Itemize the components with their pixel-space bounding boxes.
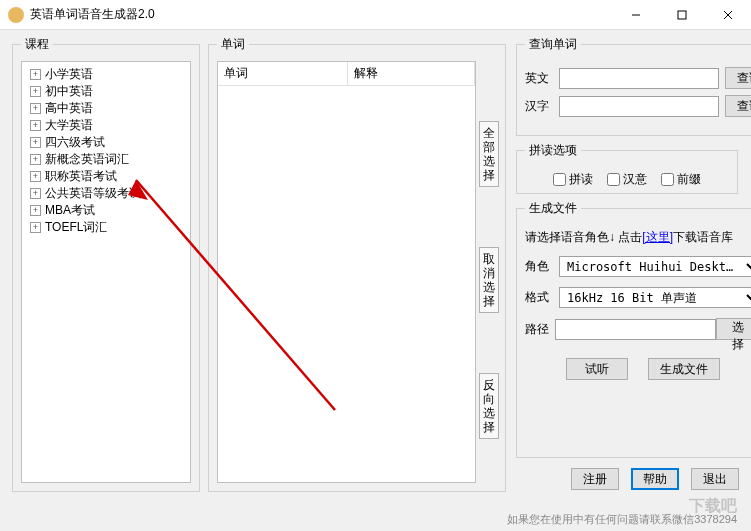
expand-icon[interactable]: +: [30, 154, 41, 165]
english-label: 英文: [525, 70, 559, 87]
expand-icon[interactable]: +: [30, 137, 41, 148]
search-english-button[interactable]: 查询: [725, 67, 751, 89]
generate-group: 生成文件 请选择语音角色↓ 点击[这里]下载语音库 角色 Microsoft H…: [516, 200, 751, 458]
query-legend: 查询单词: [525, 36, 581, 53]
register-button[interactable]: 注册: [571, 468, 619, 490]
pinyin-check[interactable]: 拼读: [553, 171, 593, 188]
expand-icon[interactable]: +: [30, 86, 41, 97]
tree-item[interactable]: +职称英语考试: [24, 168, 188, 185]
client-area: 课程 +小学英语 +初中英语 +高中英语 +大学英语 +四六级考试 +新概念英语…: [0, 30, 751, 531]
tree-item[interactable]: +TOEFL词汇: [24, 219, 188, 236]
tree-item[interactable]: +大学英语: [24, 117, 188, 134]
role-label: 角色: [525, 258, 559, 275]
format-select[interactable]: 16kHz 16 Bit 单声道: [559, 287, 751, 308]
generate-legend: 生成文件: [525, 200, 581, 217]
words-legend: 单词: [217, 36, 249, 53]
list-header: 单词 解释: [218, 62, 475, 86]
courses-legend: 课程: [21, 36, 53, 53]
expand-icon[interactable]: +: [30, 103, 41, 114]
tree-item[interactable]: +高中英语: [24, 100, 188, 117]
generate-button[interactable]: 生成文件: [648, 358, 720, 380]
maximize-button[interactable]: [659, 0, 705, 30]
help-button[interactable]: 帮助: [631, 468, 679, 490]
role-select[interactable]: Microsoft Huihui Deskt…: [559, 256, 751, 277]
english-input[interactable]: [559, 68, 719, 89]
word-list[interactable]: 单词 解释: [217, 61, 476, 483]
browse-button[interactable]: 选择: [716, 318, 751, 340]
tree-item[interactable]: +小学英语: [24, 66, 188, 83]
expand-icon[interactable]: +: [30, 222, 41, 233]
chinese-label: 汉字: [525, 98, 559, 115]
tree-item[interactable]: +初中英语: [24, 83, 188, 100]
course-tree[interactable]: +小学英语 +初中英语 +高中英语 +大学英语 +四六级考试 +新概念英语词汇 …: [21, 61, 191, 483]
format-label: 格式: [525, 289, 559, 306]
expand-icon[interactable]: +: [30, 171, 41, 182]
invert-selection-button[interactable]: 反向选择: [479, 373, 499, 439]
query-group: 查询单词 英文 查询 汉字 查询: [516, 36, 751, 136]
app-icon: [8, 7, 24, 23]
column-word[interactable]: 单词: [218, 62, 348, 85]
tree-item[interactable]: +公共英语等级考试: [24, 185, 188, 202]
expand-icon[interactable]: +: [30, 205, 41, 216]
preview-button[interactable]: 试听: [566, 358, 628, 380]
prefix-checkbox[interactable]: [661, 173, 674, 186]
prefix-check[interactable]: 前缀: [661, 171, 701, 188]
svg-rect-1: [678, 11, 686, 19]
bottom-actions: 注册 帮助 退出: [571, 468, 739, 490]
exit-button[interactable]: 退出: [691, 468, 739, 490]
download-voice-link[interactable]: [这里]: [642, 230, 673, 244]
pinyin-group: 拼读选项 拼读 汉意 前缀: [516, 142, 738, 194]
words-group: 单词 单词 解释 全部选择 取消选择 反向选择: [208, 36, 506, 492]
tree-item[interactable]: +MBA考试: [24, 202, 188, 219]
deselect-button[interactable]: 取消选择: [479, 247, 499, 313]
close-button[interactable]: [705, 0, 751, 30]
pinyin-legend: 拼读选项: [525, 142, 581, 159]
path-label: 路径: [525, 321, 555, 338]
expand-icon[interactable]: +: [30, 188, 41, 199]
expand-icon[interactable]: +: [30, 120, 41, 131]
selection-buttons: 全部选择 取消选择 反向选择: [479, 61, 501, 483]
chinese-input[interactable]: [559, 96, 719, 117]
footer-text: 如果您在使用中有任何问题请联系微信3378294: [507, 512, 737, 527]
courses-group: 课程 +小学英语 +初中英语 +高中英语 +大学英语 +四六级考试 +新概念英语…: [12, 36, 200, 492]
tree-item[interactable]: +四六级考试: [24, 134, 188, 151]
minimize-button[interactable]: [613, 0, 659, 30]
voice-hint: 请选择语音角色↓ 点击[这里]下载语音库: [525, 229, 751, 246]
select-all-button[interactable]: 全部选择: [479, 121, 499, 187]
window-title: 英语单词语音生成器2.0: [30, 6, 613, 23]
titlebar: 英语单词语音生成器2.0: [0, 0, 751, 30]
column-meaning[interactable]: 解释: [348, 62, 475, 85]
hanyi-check[interactable]: 汉意: [607, 171, 647, 188]
pinyin-checkbox[interactable]: [553, 173, 566, 186]
search-chinese-button[interactable]: 查询: [725, 95, 751, 117]
path-input[interactable]: [555, 319, 716, 340]
expand-icon[interactable]: +: [30, 69, 41, 80]
hanyi-checkbox[interactable]: [607, 173, 620, 186]
window-controls: [613, 0, 751, 30]
tree-item[interactable]: +新概念英语词汇: [24, 151, 188, 168]
